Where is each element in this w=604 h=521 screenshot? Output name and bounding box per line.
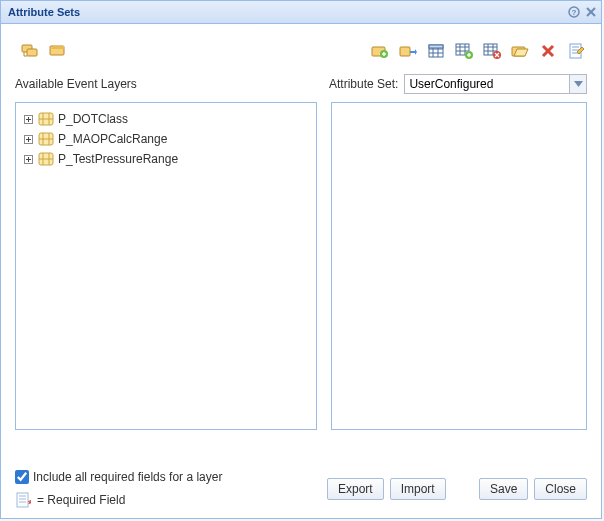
open-folder-icon[interactable] bbox=[511, 42, 529, 60]
move-right-icon[interactable] bbox=[399, 42, 417, 60]
required-field-icon: * bbox=[15, 492, 31, 508]
expand-icon[interactable] bbox=[22, 153, 34, 165]
expand-icon[interactable] bbox=[22, 133, 34, 145]
save-button[interactable]: Save bbox=[479, 478, 528, 500]
close-button[interactable]: Close bbox=[534, 478, 587, 500]
svg-rect-5 bbox=[27, 49, 37, 56]
include-all-checkbox[interactable] bbox=[15, 470, 29, 484]
svg-text:?: ? bbox=[571, 8, 576, 17]
grid-add-icon[interactable] bbox=[455, 42, 473, 60]
tree-label: P_MAOPCalcRange bbox=[58, 132, 167, 146]
layer-icon bbox=[38, 132, 54, 146]
required-legend-label: = Required Field bbox=[37, 493, 125, 507]
include-all-label: Include all required fields for a layer bbox=[33, 470, 222, 484]
svg-rect-67 bbox=[17, 493, 28, 507]
attribute-set-pane bbox=[331, 102, 587, 430]
available-layers-pane: P_DOTClass P_MAOPCalcRange P_TestPressur… bbox=[15, 102, 317, 430]
layer-icon bbox=[38, 152, 54, 166]
grid-icon[interactable] bbox=[427, 42, 445, 60]
tree-node[interactable]: P_DOTClass bbox=[22, 109, 310, 129]
window-title: Attribute Sets bbox=[8, 6, 80, 18]
svg-rect-13 bbox=[400, 47, 410, 56]
svg-marker-14 bbox=[410, 49, 417, 55]
svg-rect-20 bbox=[429, 45, 443, 48]
expand-icon[interactable] bbox=[22, 113, 34, 125]
export-button[interactable]: Export bbox=[327, 478, 384, 500]
tree-node[interactable]: P_MAOPCalcRange bbox=[22, 129, 310, 149]
available-layers-label: Available Event Layers bbox=[15, 77, 329, 91]
collapse-tree-icon[interactable] bbox=[49, 42, 67, 60]
add-folder-icon[interactable] bbox=[371, 42, 389, 60]
tree-node[interactable]: P_TestPressureRange bbox=[22, 149, 310, 169]
import-button[interactable]: Import bbox=[390, 478, 446, 500]
tree-label: P_DOTClass bbox=[58, 112, 128, 126]
body: Available Event Layers Attribute Set: P_… bbox=[1, 24, 601, 518]
help-icon[interactable]: ? bbox=[566, 5, 581, 20]
attribute-set-input[interactable] bbox=[405, 75, 569, 93]
tree-label: P_TestPressureRange bbox=[58, 152, 178, 166]
close-icon[interactable] bbox=[583, 5, 598, 20]
window: Attribute Sets ? bbox=[0, 0, 602, 519]
attribute-set-combo[interactable] bbox=[404, 74, 587, 94]
layer-icon bbox=[38, 112, 54, 126]
titlebar: Attribute Sets ? bbox=[1, 1, 601, 24]
grid-delete-icon[interactable] bbox=[483, 42, 501, 60]
svg-marker-45 bbox=[574, 81, 583, 87]
edit-page-icon[interactable] bbox=[567, 42, 585, 60]
expand-tree-icon[interactable] bbox=[21, 42, 39, 60]
chevron-down-icon[interactable] bbox=[569, 75, 586, 93]
svg-text:*: * bbox=[28, 498, 31, 508]
attribute-set-label: Attribute Set: bbox=[329, 77, 398, 91]
delete-icon[interactable] bbox=[539, 42, 557, 60]
